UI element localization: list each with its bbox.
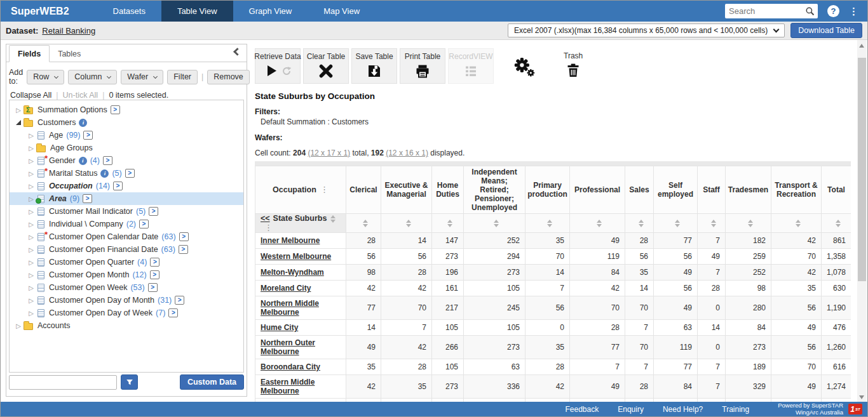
save-table-button[interactable]: Save Table [351, 48, 397, 84]
enquiry-link[interactable]: Enquiry [618, 405, 644, 414]
add-to-column-button[interactable]: Column [68, 70, 117, 84]
add-field-arrow-button[interactable]: > [179, 232, 189, 241]
expand-toggle-icon[interactable]: ▷ [26, 259, 36, 266]
clear-table-button[interactable]: Clear Table [303, 48, 349, 84]
row-menu-icon[interactable]: ⋮ [264, 223, 273, 232]
tree-item[interactable]: ▷ Customer Open Quarter (4) > [10, 256, 243, 268]
row-header-link[interactable]: Melton-Wyndham [255, 265, 346, 281]
tree-item[interactable]: ▷ Customer Open Day of Month (31) > [10, 294, 243, 307]
sort-arrows-icon[interactable] [363, 220, 368, 227]
tree-item[interactable]: ▷ Individual \ Company (2) > [10, 218, 243, 230]
expand-toggle-icon[interactable]: ▷ [26, 157, 36, 164]
expand-toggle-icon[interactable]: ▷ [26, 272, 36, 279]
expand-toggle-icon[interactable]: ▷ [26, 221, 36, 228]
sort-toggle-cell[interactable] [771, 214, 822, 233]
sort-arrows-icon[interactable] [447, 220, 452, 227]
sort-toggle-cell[interactable] [654, 214, 698, 233]
add-field-arrow-button[interactable]: > [83, 194, 92, 203]
expand-toggle-icon[interactable]: ▷ [26, 284, 36, 291]
tab-fields[interactable]: Fields [9, 45, 50, 62]
nav-tab-table-view[interactable]: Table View [161, 1, 233, 22]
column-menu-icon[interactable]: ⋮ [320, 185, 329, 194]
sort-arrows-icon[interactable] [330, 215, 336, 223]
sort-toggle-cell[interactable] [464, 214, 526, 233]
add-field-arrow-button[interactable]: > [148, 283, 158, 292]
search-input[interactable] [725, 6, 805, 16]
expand-toggle-icon[interactable]: ▷ [13, 107, 24, 114]
scroll-down-icon[interactable] [859, 395, 864, 399]
tree-item[interactable]: ▷ * Marital Status i (5) > [10, 167, 243, 180]
sort-toggle-cell[interactable] [625, 214, 654, 233]
add-field-arrow-button[interactable]: > [168, 308, 178, 317]
sort-toggle-cell[interactable] [432, 214, 464, 233]
row-header-link[interactable]: Moreland City [255, 281, 346, 296]
tree-item[interactable]: ▷ Customer Open Month (12) > [10, 268, 243, 281]
sort-toggle-cell[interactable] [526, 214, 570, 233]
filter-button[interactable]: Filter [167, 70, 198, 84]
collapse-rows-link[interactable]: << [261, 214, 270, 223]
nav-tab-map-view[interactable]: Map View [308, 1, 376, 22]
nav-tab-datasets[interactable]: Datasets [97, 1, 161, 22]
field-search-input[interactable] [9, 375, 117, 390]
expand-toggle-icon[interactable]: ▷ [26, 132, 36, 139]
row-header-link[interactable]: Northern Outer Melbourne [255, 336, 346, 359]
print-table-button[interactable]: Print Table [400, 48, 445, 84]
tree-item[interactable]: ▷ Accounts [10, 319, 243, 332]
scrollbar-thumb[interactable] [858, 58, 866, 281]
trash-button[interactable]: Trash [564, 48, 583, 78]
add-field-arrow-button[interactable]: > [113, 182, 123, 190]
row-header-link[interactable]: Inner Melbourne [255, 233, 346, 249]
sort-arrows-icon[interactable] [494, 220, 499, 227]
export-format-select[interactable]: Excel 2007 (.xlsx)(max 16,384 columns x … [508, 23, 785, 37]
sort-toggle-cell[interactable] [346, 214, 381, 233]
row-header-link[interactable]: Boroondara City [255, 359, 346, 375]
row-header-link[interactable]: Hume City [255, 320, 346, 336]
sort-arrows-icon[interactable] [639, 220, 644, 227]
add-field-arrow-button[interactable]: > [179, 245, 188, 254]
tree-item[interactable]: ▷ * Gender i (4) > [10, 154, 243, 167]
tree-item[interactable]: ▷ Age (99) > [10, 129, 243, 142]
overflow-menu-icon[interactable]: ⋮ [849, 5, 858, 17]
retrieve-data-button[interactable]: Retrieve Data [255, 48, 301, 84]
add-field-arrow-button[interactable]: > [111, 105, 120, 114]
expand-toggle-icon[interactable]: ▷ [26, 145, 36, 152]
tree-item[interactable]: ▷ Customer Open Day of Week (7) > [10, 307, 243, 319]
untick-all-link[interactable]: Un-tick All [63, 91, 98, 100]
need-help-link[interactable]: Need Help? [663, 405, 703, 414]
sort-arrows-icon[interactable] [406, 220, 411, 227]
tab-tables[interactable]: Tables [50, 46, 89, 62]
nav-tab-graph-view[interactable]: Graph View [233, 1, 308, 22]
cell-count-total-dims-link[interactable]: (12 x 17 x 1) [308, 149, 350, 157]
info-icon[interactable]: i [100, 169, 109, 178]
info-icon[interactable]: i [79, 119, 87, 127]
add-field-arrow-button[interactable]: > [149, 207, 158, 216]
vertical-scrollbar[interactable] [857, 40, 867, 403]
tree-item[interactable]: ▷ Area (9) > [10, 192, 243, 205]
training-link[interactable]: Training [722, 405, 749, 414]
expand-toggle-icon[interactable]: ▷ [13, 322, 24, 329]
expand-toggle-icon[interactable]: ▷ [26, 234, 36, 241]
state-suburbs-dimension-header[interactable]: <<State Suburbs⋮ [255, 214, 346, 233]
add-field-arrow-button[interactable]: > [83, 131, 93, 140]
sort-toggle-cell[interactable] [570, 214, 625, 233]
sort-arrows-icon[interactable] [796, 220, 801, 227]
row-header-link[interactable]: Eastern Middle Melbourne [255, 375, 346, 399]
expand-toggle-icon[interactable]: ▷ [26, 195, 36, 202]
recordview-button[interactable]: RecordVIEW [448, 48, 494, 84]
info-icon[interactable]: i [79, 157, 87, 165]
sort-toggle-cell[interactable] [822, 214, 851, 233]
expand-toggle-icon[interactable]: ▷ [26, 208, 36, 215]
tree-item[interactable]: ▷ Occupation (14) > [10, 180, 243, 192]
sort-arrows-icon[interactable] [711, 220, 716, 227]
custom-data-button[interactable]: Custom Data [180, 374, 244, 390]
expand-toggle-icon[interactable]: ▷ [26, 310, 36, 317]
collapse-all-link[interactable]: Collapse All [10, 91, 51, 100]
add-field-arrow-button[interactable]: > [125, 169, 135, 178]
download-table-button[interactable]: Download Table [790, 23, 862, 38]
sort-arrows-icon[interactable] [547, 220, 552, 227]
feedback-link[interactable]: Feedback [566, 405, 599, 414]
expand-toggle-icon[interactable]: ▷ [26, 170, 36, 177]
collapse-sidebar-icon[interactable] [233, 48, 241, 56]
table-options-gear-button[interactable] [513, 56, 536, 80]
wingarc-1st-logo[interactable]: 1ST [848, 404, 862, 414]
